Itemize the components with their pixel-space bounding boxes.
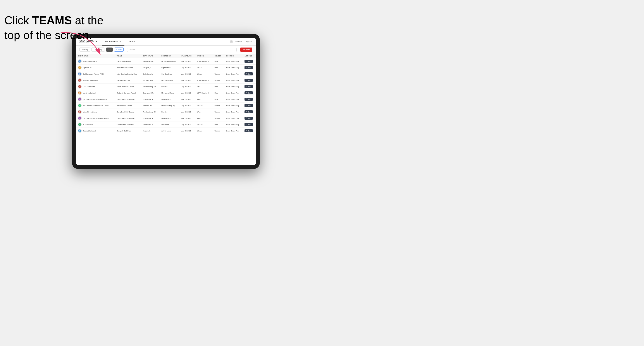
- col-start-date: START DATE: [180, 54, 195, 58]
- cell-gender-3: Women: [213, 77, 225, 83]
- cell-actions-5: ✎ Edit: [243, 90, 256, 96]
- cell-scoring-7: team, Stroke Play: [224, 102, 243, 109]
- col-venue: VENUE: [115, 54, 142, 58]
- edit-btn-9[interactable]: ✎ Edit: [244, 117, 252, 120]
- svg-text:G: G: [79, 73, 80, 75]
- edit-btn-3[interactable]: ✎ Edit: [244, 79, 252, 82]
- edit-btn-2[interactable]: ✎ Edit: [244, 72, 252, 75]
- nav-right: ⚙ Test User | Sign out: [230, 40, 252, 43]
- edit-label-8: Edit: [248, 111, 251, 113]
- cell-city-state-4: Prestonsburg, KY: [141, 83, 160, 90]
- cell-division-7: NICAA II: [195, 102, 213, 109]
- nav-tabs: TOURNAMENTS TEAMS: [102, 38, 230, 46]
- cell-venue-9: Edmundson Golf Course: [115, 115, 142, 121]
- cell-hosted-by-11: John A Logan: [160, 128, 180, 134]
- svg-text:G: G: [79, 92, 80, 94]
- cell-start-date-1: Aug 25, 2023: [180, 65, 195, 71]
- tab-tournaments[interactable]: TOURNAMENTS: [102, 38, 124, 46]
- cell-city-state-9: Oskaloosa, IA: [141, 115, 160, 121]
- cell-event-name-2: G Carl Sandburg Women FA23: [76, 71, 115, 77]
- create-btn[interactable]: + Create: [240, 47, 252, 52]
- cell-actions-6: ✎ Edit: [243, 96, 256, 102]
- cell-venue-5: Ruttger's Bay Lake Resort: [115, 90, 142, 96]
- cell-division-5: NCAA Division III: [195, 90, 213, 96]
- cell-start-date-11: Aug 28, 2023: [180, 128, 195, 134]
- edit-label-9: Edit: [248, 118, 251, 119]
- cell-division-0: NCAA Division III: [195, 58, 213, 65]
- cell-gender-4: Men: [213, 83, 225, 90]
- cell-city-state-2: Galesburg, IL: [141, 71, 160, 77]
- cell-hosted-by-5: Minnesota-Morris: [160, 90, 180, 96]
- edit-btn-10[interactable]: ✎ Edit: [244, 123, 252, 126]
- cell-division-6: NAIA: [195, 96, 213, 102]
- cell-event-name-9: G Fall Statesmen Invitational - Women: [76, 115, 115, 121]
- competing-filter-btn[interactable]: Competing: [92, 47, 105, 52]
- event-name-6: Fall Statesmen Invitational - Men: [83, 98, 106, 100]
- cell-city-state-10: Vincennes, IN: [141, 121, 160, 128]
- cell-actions-3: ✎ Edit: [243, 77, 256, 83]
- event-icon-8: G: [78, 110, 82, 114]
- edit-btn-0[interactable]: ✎ Edit: [244, 60, 252, 63]
- cell-hosted-by-7: Murray State (OK): [160, 102, 180, 109]
- cell-hosted-by-3: Minnesota State: [160, 77, 180, 83]
- cell-venue-10: Cypress Hills Golf Club: [115, 121, 142, 128]
- svg-text:G: G: [79, 99, 80, 100]
- all-filter-btn[interactable]: All: [106, 47, 113, 52]
- col-gender: GENDER: [213, 54, 225, 58]
- cell-division-4: NAIA: [195, 83, 213, 90]
- cell-start-date-0: Aug 24, 2023: [180, 58, 195, 65]
- col-city-state: CITY, STATE: [141, 54, 160, 58]
- user-label: Test User: [235, 40, 242, 42]
- cell-actions-4: ✎ Edit: [243, 83, 256, 90]
- cell-actions-2: ✎ Edit: [243, 71, 256, 77]
- cell-actions-1: ✎ Edit: [243, 65, 256, 71]
- cell-event-name-0: G MSMC Qualifying 1: [76, 58, 115, 65]
- cell-division-10: NICAA II: [195, 121, 213, 128]
- cell-scoring-3: team, Stroke Play: [224, 77, 243, 83]
- cell-division-2: NICAA I: [195, 71, 213, 77]
- table-header-row: EVENT NAME VENUE CITY, STATE HOSTED BY S…: [76, 54, 256, 58]
- event-name-2: Carl Sandburg Women FA23: [83, 73, 104, 75]
- cell-scoring-8: team, Stroke Play: [224, 109, 243, 115]
- event-name-5: Morris Invitational: [83, 92, 96, 94]
- hosting-filter-btn[interactable]: Hosting: [80, 47, 90, 52]
- edit-icon-8: ✎: [246, 111, 248, 113]
- search-input[interactable]: [127, 48, 237, 52]
- edit-icon-10: ✎: [246, 124, 248, 125]
- edit-btn-7[interactable]: ✎ Edit: [244, 104, 252, 107]
- signout-link[interactable]: Sign out: [246, 40, 252, 42]
- edit-btn-4[interactable]: ✎ Edit: [244, 85, 252, 88]
- edit-btn-5[interactable]: ✎ Edit: [244, 91, 252, 94]
- cell-actions-11: ✎ Edit: [243, 128, 256, 134]
- event-name-3: Maverick Invitational: [83, 79, 98, 81]
- edit-btn-11[interactable]: ✎ Edit: [244, 129, 252, 132]
- event-icon-10: G: [78, 123, 82, 127]
- table-row: G 2023 Women's Hesston Fall Kickoff Hess…: [76, 102, 256, 109]
- edit-btn-6[interactable]: ✎ Edit: [244, 98, 252, 101]
- svg-text:G: G: [79, 105, 80, 106]
- filter-btn[interactable]: ≡ Filter: [114, 47, 124, 52]
- cell-division-11: NICAA I: [195, 128, 213, 134]
- cell-city-state-6: Oskaloosa, IA: [141, 96, 160, 102]
- cell-start-date-4: Aug 28, 2023: [180, 83, 195, 90]
- cell-start-date-5: Aug 28, 2023: [180, 90, 195, 96]
- cell-scoring-1: team, Stroke Play: [224, 65, 243, 71]
- tab-teams[interactable]: TEAMS: [124, 38, 138, 46]
- cell-scoring-11: team, Stroke Play: [224, 128, 243, 134]
- svg-text:G: G: [79, 118, 80, 119]
- gear-icon[interactable]: ⚙: [230, 40, 233, 43]
- edit-label-7: Edit: [248, 105, 251, 106]
- cell-start-date-3: Aug 28, 2023: [180, 77, 195, 83]
- edit-btn-1[interactable]: ✎ Edit: [244, 66, 252, 69]
- cell-gender-10: Men: [213, 121, 225, 128]
- table-row: G Morris Invitational Ruttger's Bay Lake…: [76, 90, 256, 96]
- cell-city-state-11: Marion, IL: [141, 128, 160, 134]
- cell-actions-8: ✎ Edit: [243, 109, 256, 115]
- cell-gender-0: Men: [213, 58, 225, 65]
- edit-label-2: Edit: [248, 73, 251, 75]
- cell-start-date-2: Aug 26, 2023: [180, 71, 195, 77]
- edit-btn-8[interactable]: ✎ Edit: [244, 110, 252, 113]
- table-row: G Maverick Invitational Faribault Golf C…: [76, 77, 256, 83]
- event-icon-7: G: [78, 104, 82, 108]
- edit-icon-9: ✎: [246, 117, 248, 119]
